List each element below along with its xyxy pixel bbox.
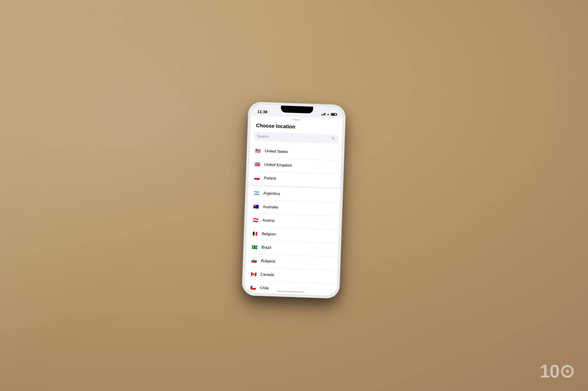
country-flag: 🇧🇪 [251, 230, 259, 237]
status-icons: ▲ [321, 112, 336, 116]
app-content[interactable]: Choose location Search [245, 115, 343, 295]
country-flag: 🇨🇦 [250, 271, 257, 278]
country-flag: 🇧🇷 [251, 243, 258, 251]
recent-countries-list: 🇺🇸 United States 🇬🇧 United Kingdom 🇵🇱 Po… [249, 144, 342, 188]
status-time: 11:38 [257, 109, 267, 114]
country-name: United States [265, 149, 288, 154]
phone-device: 11:38 ▲ [242, 102, 345, 298]
all-countries-list: 🇦🇷 Argentina 🇦🇺 Australia 🇦🇹 Austria 🇧🇪 … [245, 186, 340, 296]
country-flag: 🇦🇷 [253, 189, 260, 197]
watermark: 10⊙ [540, 361, 574, 382]
country-name: Canada [261, 272, 274, 277]
country-flag: 🇧🇬 [250, 257, 258, 265]
country-name: Chile [260, 286, 269, 291]
country-flag: 🇦🇹 [252, 216, 259, 224]
battery-icon [331, 113, 336, 116]
country-name: Belgium [262, 231, 276, 237]
search-placeholder: Search [257, 134, 330, 141]
phone-screen: 11:38 ▲ [245, 104, 343, 295]
country-name: Bulgaria [261, 259, 275, 264]
country-flag: 🇺🇸 [254, 147, 262, 155]
country-flag: 🇵🇱 [253, 174, 261, 182]
country-flag: 🇬🇧 [254, 161, 261, 168]
country-name: United Kingdom [264, 162, 292, 168]
wifi-icon: ▲ [327, 113, 329, 116]
country-name: Australia [263, 204, 278, 209]
country-name: Poland [264, 176, 276, 181]
phone-notch [281, 105, 313, 113]
country-name: Brazil [261, 245, 271, 250]
svg-line-1 [334, 139, 335, 140]
country-flag: 🇨🇱 [249, 284, 257, 292]
handle-bar [293, 119, 301, 120]
phone-wrapper: 11:38 ▲ [242, 102, 345, 298]
signal-icon [321, 113, 325, 116]
country-name: Argentina [263, 191, 280, 196]
country-flag: 🇦🇺 [252, 203, 260, 210]
search-icon [331, 137, 335, 142]
screen: Choose location Search [245, 115, 343, 295]
country-name: Austria [262, 218, 275, 223]
